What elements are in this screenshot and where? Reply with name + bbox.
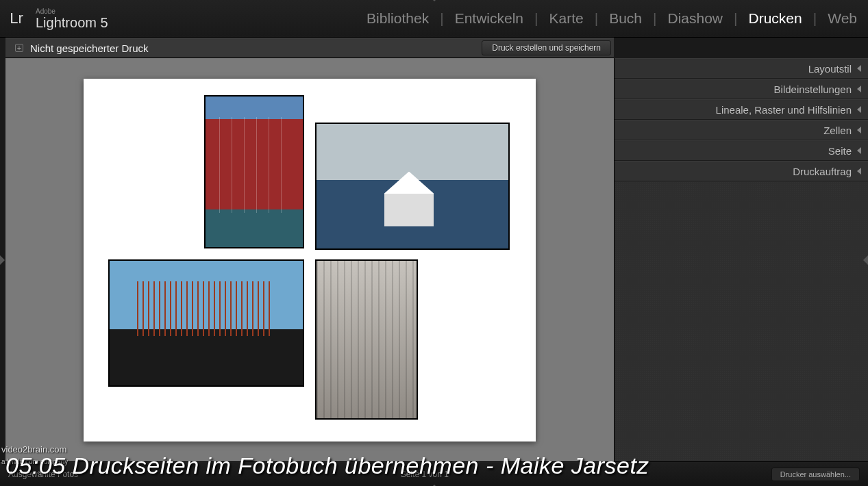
module-bibliothek[interactable]: Bibliothek — [364, 10, 432, 27]
panel-label: Seite — [828, 145, 852, 157]
lightroom-logo-icon: Lr — [4, 6, 29, 31]
panel-label: Druckauftrag — [793, 166, 852, 177]
print-title: Nicht gespeicherter Druck — [30, 42, 149, 54]
create-save-print-button[interactable]: Druck erstellen und speichern — [482, 40, 611, 55]
panel-bildeinstellungen[interactable]: Bildeinstellungen — [615, 79, 868, 99]
select-printer-button[interactable]: Drucker auswählen... — [771, 468, 860, 481]
photo-cell-2[interactable] — [315, 123, 510, 250]
right-panel: Layoutstil Bildeinstellungen Lineale, Ra… — [614, 58, 868, 461]
panel-label: Layoutstil — [808, 63, 852, 75]
module-web[interactable]: Web — [825, 10, 860, 27]
collapse-icon — [857, 65, 861, 72]
panel-layoutstil[interactable]: Layoutstil — [615, 58, 868, 79]
left-panel-expand-icon[interactable] — [0, 255, 5, 265]
collapse-icon — [857, 86, 861, 92]
collapse-icon — [857, 168, 861, 175]
panel-label: Bildeinstellungen — [774, 84, 852, 95]
main-area: Layoutstil Bildeinstellungen Lineale, Ra… — [0, 58, 868, 461]
panel-lineale[interactable]: Lineale, Raster und Hilfslinien — [615, 99, 868, 120]
module-buch[interactable]: Buch — [606, 10, 645, 27]
photo-cell-4[interactable] — [315, 259, 418, 420]
photo-cell-1[interactable] — [204, 95, 304, 248]
filmstrip-source[interactable]: Ausgewählte Fotos — [8, 470, 78, 479]
panel-zellen[interactable]: Zellen — [615, 120, 868, 140]
module-karte[interactable]: Karte — [546, 10, 586, 27]
module-tabs: Bibliothek | Entwickeln | Karte | Buch |… — [364, 10, 860, 27]
panel-seite[interactable]: Seite — [615, 140, 868, 161]
print-canvas[interactable] — [5, 58, 614, 461]
module-drucken[interactable]: Drucken — [746, 10, 805, 27]
photo-cell-3[interactable] — [108, 259, 304, 387]
module-entwickeln[interactable]: Entwickeln — [452, 10, 526, 27]
panel-label: Lineale, Raster und Hilfslinien — [716, 104, 852, 116]
collapse-icon — [857, 147, 861, 154]
module-diashow[interactable]: Diashow — [665, 10, 726, 27]
collapse-icon — [857, 106, 861, 113]
app-root: Lr Adobe Lightroom 5 Bibliothek | Entwic… — [0, 0, 868, 486]
filmstrip-label: Ausgewählte Fotos — [8, 470, 78, 479]
brand-product: Lightroom 5 — [36, 15, 108, 30]
print-page[interactable] — [84, 79, 536, 442]
print-subbar: + Nicht gespeicherter Druck Druck erstel… — [5, 38, 614, 58]
panel-label: Zellen — [823, 125, 852, 136]
module-picker-header: Lr Adobe Lightroom 5 Bibliothek | Entwic… — [0, 0, 868, 38]
brand-vendor: Adobe — [36, 8, 108, 15]
page-indicator: Seite 1 von 1 — [401, 470, 449, 479]
brand: Lr Adobe Lightroom 5 — [4, 6, 108, 31]
collapse-icon — [857, 127, 861, 133]
panel-druckauftrag[interactable]: Druckauftrag — [615, 161, 868, 181]
add-print-icon[interactable]: + — [15, 44, 23, 52]
toolbar-footer: Ausgewählte Fotos Seite 1 von 1 Drucker … — [0, 461, 868, 486]
